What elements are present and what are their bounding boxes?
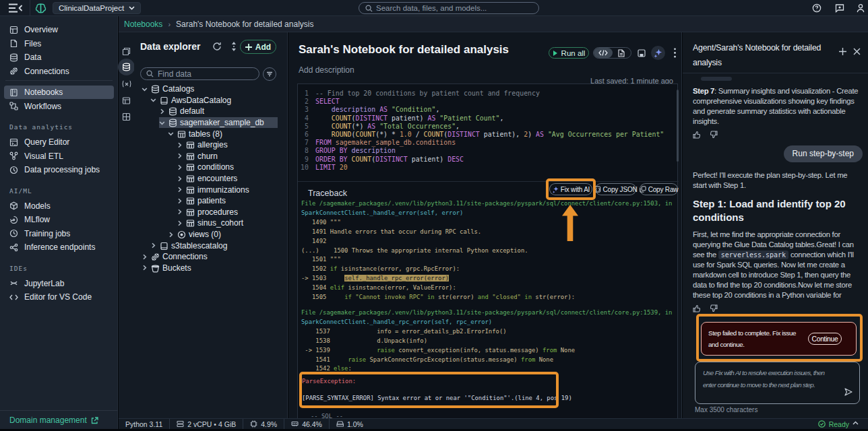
refresh-icon[interactable]	[212, 42, 222, 51]
chevron-right-icon[interactable]	[177, 198, 183, 204]
continue-button[interactable]: Continue	[808, 333, 842, 345]
tree-item-catalogs[interactable]: Catalogs	[142, 84, 278, 95]
tree-item-conditions[interactable]: conditions	[177, 162, 278, 173]
thumbs-up-icon[interactable]	[693, 304, 701, 312]
sidebar-item-notebooks[interactable]: Notebooks	[4, 86, 114, 99]
tree-item-connections[interactable]: Connections	[142, 251, 278, 263]
chevron-right-icon[interactable]	[177, 164, 183, 170]
notebook-cell[interactable]: 1-- Find top 20 conditions by patient co…	[297, 84, 678, 418]
chevron-down-icon[interactable]	[159, 120, 165, 126]
code-view-toggle[interactable]	[594, 48, 613, 58]
code-token: description	[352, 147, 396, 154]
send-icon[interactable]	[844, 387, 853, 397]
sql-code-editor[interactable]: 1-- Find top 20 conditions by patient co…	[298, 90, 677, 172]
tree-item-buckets[interactable]: Buckets	[142, 263, 278, 274]
tree-item-immunizations[interactable]: immunizations	[177, 184, 278, 195]
tree-item-views-0-[interactable]: views (0)	[168, 229, 278, 240]
tree-item-s3tablescatalog[interactable]: s3tablescatalog	[150, 240, 278, 251]
filter-icon[interactable]	[263, 67, 276, 81]
tree-item-procedures[interactable]: procedures	[177, 207, 278, 218]
chevron-down-icon[interactable]	[168, 131, 174, 137]
strip-outputs-icon[interactable]	[119, 93, 134, 108]
tree-item-churn[interactable]: churn	[177, 151, 278, 162]
inline-code: serverless.spark	[718, 251, 788, 259]
sidebar-item-training-jobs[interactable]: Training jobs	[4, 227, 114, 240]
sidebar-item-data[interactable]: Data	[4, 51, 114, 64]
add-description[interactable]: Add description	[299, 65, 354, 75]
more-options-icon[interactable]	[671, 47, 679, 59]
breadcrumb: Notebooks › Sarah's Notebook for detaile…	[119, 16, 868, 32]
copy-raw-button[interactable]: Copy Raw	[640, 183, 678, 195]
breadcrumb-notebooks-link[interactable]: Notebooks	[124, 20, 162, 29]
sidebar-item-workflows[interactable]: Workflows	[4, 100, 114, 113]
run-step-by-step-button[interactable]: Run step-by-step	[784, 145, 863, 162]
ai-sparkle-icon[interactable]	[651, 46, 665, 60]
tree-item-allergies[interactable]: allergies	[177, 139, 278, 151]
document-view-toggle[interactable]	[613, 48, 631, 58]
left-sidebar: OverviewFilesDataConnectionsNotebooksWor…	[0, 16, 118, 429]
feedback-icon[interactable]	[835, 3, 844, 13]
tree-item-awsdatacatalog[interactable]: AwsDataCatalog	[150, 95, 278, 106]
chevron-right-icon[interactable]	[142, 265, 148, 271]
kernel-ready-status[interactable]: Ready	[818, 420, 868, 428]
sidebar-item-inference-endpoints[interactable]: Inference endpoints	[4, 240, 114, 254]
chevron-down-icon[interactable]	[150, 97, 156, 103]
sidebar-item-editor-for-vs-code[interactable]: Editor for VS Code	[4, 290, 114, 304]
sidebar-item-files[interactable]: Files	[4, 37, 114, 51]
close-icon[interactable]	[852, 47, 861, 56]
tree-item-default[interactable]: default	[159, 106, 278, 117]
chevron-right-icon[interactable]	[177, 142, 183, 148]
sidebar-item-query-editor[interactable]: Query Editor	[4, 135, 114, 149]
chevron-right-icon[interactable]	[177, 176, 183, 182]
copy-json-button[interactable]: Copy JSON	[595, 183, 636, 195]
fix-with-ai-button[interactable]: Fix with AI	[549, 183, 592, 195]
thumbs-down-icon[interactable]	[710, 304, 718, 312]
chevron-right-icon[interactable]	[177, 153, 183, 159]
chevron-right-icon[interactable]	[150, 242, 156, 248]
global-search-input[interactable]: Search data, files, and models...	[359, 2, 539, 14]
save-image-icon[interactable]	[638, 49, 646, 57]
chevron-right-icon[interactable]	[177, 220, 183, 226]
strip-tables-icon[interactable]	[119, 109, 134, 125]
sidebar-item-data-processing-jobs[interactable]: Data processing jobs	[4, 163, 114, 176]
tree-item-label: churn	[197, 152, 218, 161]
user-icon[interactable]	[856, 3, 865, 13]
tree-item-patients[interactable]: patients	[177, 195, 278, 207]
agent-input-box[interactable]: Use Fix with AI to resolve execution iss…	[695, 362, 860, 404]
chevron-right-icon[interactable]	[177, 187, 183, 193]
code-token: COUNT	[332, 123, 352, 130]
thumbs-down-icon[interactable]	[710, 131, 718, 139]
tree-item-encounters[interactable]: encounters	[177, 173, 278, 185]
collapse-menu-icon[interactable]	[8, 3, 23, 13]
tree-item-tables-8-[interactable]: tables (8)	[168, 128, 278, 139]
chevron-right-icon[interactable]	[142, 254, 148, 260]
strip-files-icon[interactable]	[119, 44, 134, 59]
tree-item-sagemaker-sample-db[interactable]: sagemaker_sample_db	[159, 117, 278, 129]
main-scrollbar[interactable]	[677, 90, 679, 162]
strip-data-icon[interactable]	[119, 59, 134, 75]
sidebar-item-visual-etl[interactable]: Visual ETL	[4, 150, 114, 163]
chevron-right-icon[interactable]	[177, 209, 183, 215]
chevron-right-icon[interactable]	[168, 232, 174, 238]
find-data-input[interactable]: Find data	[140, 67, 259, 80]
sidebar-item-connections[interactable]: Connections	[4, 65, 114, 78]
table2-icon	[186, 208, 194, 216]
help-icon[interactable]	[812, 3, 822, 13]
chevron-down-icon[interactable]	[142, 86, 148, 92]
add-data-button[interactable]: Add	[240, 40, 276, 54]
new-chat-icon[interactable]	[838, 47, 847, 56]
run-all-button[interactable]: Run all	[549, 47, 589, 59]
sidebar-item-jupyterlab[interactable]: JupyterLab	[4, 277, 114, 290]
domain-management-link[interactable]: Domain management	[9, 416, 98, 425]
sidebar-item-mlflow[interactable]: MLflow	[4, 213, 114, 226]
sidebar-item-overview[interactable]: Overview	[4, 23, 114, 36]
copy-json-label: Copy JSON	[603, 186, 638, 193]
collapse-all-icon[interactable]	[229, 41, 239, 52]
tree-item-sinus-cohort[interactable]: sinus_cohort	[177, 218, 278, 229]
project-selector[interactable]: ClinicalDataProject	[53, 2, 141, 14]
strip-variables-icon[interactable]	[119, 76, 134, 92]
sidebar-item-models[interactable]: Models	[4, 199, 114, 213]
chevron-right-icon[interactable]	[159, 108, 165, 114]
code-token	[315, 123, 332, 130]
thumbs-up-icon[interactable]	[693, 131, 701, 139]
